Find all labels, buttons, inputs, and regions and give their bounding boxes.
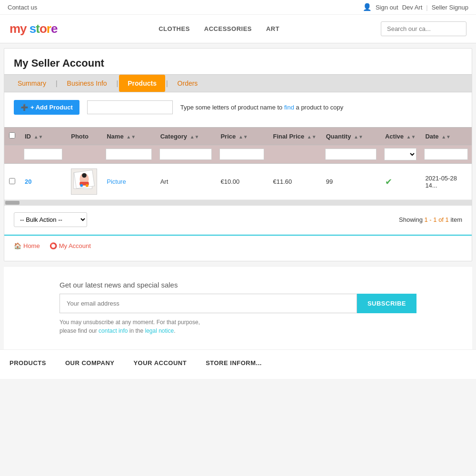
newsletter-note: You may unsubscribe at any moment. For t… bbox=[60, 318, 416, 335]
newsletter-section: Get our latest news and special sales SU… bbox=[4, 266, 472, 349]
th-category[interactable]: Category ▲▼ bbox=[156, 128, 216, 145]
final-price-sort-arrows[interactable]: ▲▼ bbox=[307, 134, 317, 139]
filter-id[interactable] bbox=[20, 145, 66, 164]
date-sort-arrows[interactable]: ▲▼ bbox=[441, 134, 451, 139]
tab-sep-3: | bbox=[165, 79, 169, 87]
filter-price-input[interactable] bbox=[219, 149, 264, 160]
footer-col-company-title: OUR COMPANY bbox=[65, 359, 114, 367]
newsletter-email-input[interactable] bbox=[60, 294, 357, 313]
footer-nav-links: 🏠 Home ⭕ My Account bbox=[4, 235, 472, 251]
logo-store: store bbox=[30, 21, 58, 36]
main-content: My Seller Account Summary | Business Inf… bbox=[4, 48, 472, 261]
filter-name-input[interactable] bbox=[106, 149, 151, 160]
logo-my: my bbox=[10, 21, 27, 36]
home-icon: 🏠 bbox=[14, 242, 21, 249]
divider: | bbox=[426, 4, 427, 11]
filter-quantity[interactable] bbox=[321, 145, 380, 164]
signout-link[interactable]: Sign out bbox=[376, 4, 398, 11]
th-id[interactable]: ID ▲▼ bbox=[20, 128, 66, 145]
th-active[interactable]: Active ▲▼ bbox=[380, 128, 420, 145]
th-quantity[interactable]: Quantity ▲▼ bbox=[321, 128, 380, 145]
page-title: My Seller Account bbox=[4, 49, 472, 74]
row-quantity: 99 bbox=[321, 164, 380, 200]
subscribe-button[interactable]: SUBSCRIBE bbox=[357, 294, 416, 313]
svg-point-6 bbox=[80, 184, 83, 187]
filter-checkbox-col bbox=[4, 145, 20, 164]
filter-date-input[interactable] bbox=[424, 149, 468, 160]
tab-summary[interactable]: Summary bbox=[9, 75, 55, 92]
footer-columns: PRODUCTS OUR COMPANY YOUR ACCOUNT STORE … bbox=[0, 349, 476, 379]
top-bar-right: 👤 Sign out Dev Art | Seller Signup bbox=[363, 3, 468, 11]
devart-link[interactable]: Dev Art bbox=[402, 4, 423, 11]
filter-photo bbox=[66, 145, 102, 164]
filter-row: Yes No bbox=[4, 145, 472, 164]
row-id[interactable]: 20 bbox=[20, 164, 66, 200]
add-product-row: ➕ + Add Product Type some letters of pro… bbox=[4, 92, 472, 122]
product-copy-search-input[interactable] bbox=[87, 100, 173, 114]
filter-price[interactable] bbox=[216, 145, 268, 164]
filter-name[interactable] bbox=[102, 145, 155, 164]
tab-products[interactable]: Products bbox=[119, 75, 165, 92]
newsletter-form: SUBSCRIBE bbox=[60, 294, 416, 313]
id-sort-arrows[interactable]: ▲▼ bbox=[34, 134, 43, 139]
name-sort-arrows[interactable]: ▲▼ bbox=[126, 134, 136, 139]
footer-col-store-info: STORE INFORM... bbox=[206, 359, 262, 369]
row-select-checkbox[interactable] bbox=[9, 178, 15, 184]
nav-accessories[interactable]: ACCESSORIES bbox=[204, 25, 252, 32]
svg-point-7 bbox=[86, 184, 89, 187]
plus-icon: ➕ bbox=[20, 104, 28, 111]
footer-col-products: PRODUCTS bbox=[10, 359, 46, 369]
products-table: ID ▲▼ Photo Name ▲▼ Category ▲▼ bbox=[4, 127, 472, 200]
newsletter-headline: Get our latest news and special sales bbox=[60, 281, 416, 289]
newsletter-inner: Get our latest news and special sales SU… bbox=[60, 281, 416, 335]
footer-col-account-title: YOUR ACCOUNT bbox=[133, 359, 187, 367]
th-price[interactable]: Price ▲▼ bbox=[216, 128, 268, 145]
filter-date[interactable] bbox=[420, 145, 472, 164]
my-account-link[interactable]: ⭕ My Account bbox=[50, 242, 91, 249]
products-table-wrapper: ID ▲▼ Photo Name ▲▼ Category ▲▼ bbox=[4, 127, 472, 200]
nav-art[interactable]: ART bbox=[266, 25, 279, 32]
th-final-price[interactable]: Final Price ▲▼ bbox=[268, 128, 321, 145]
products-tbody: 20 bbox=[4, 164, 472, 200]
th-name[interactable]: Name ▲▼ bbox=[102, 128, 155, 145]
table-row: 20 bbox=[4, 164, 472, 200]
filter-category[interactable] bbox=[156, 145, 216, 164]
filter-active[interactable]: Yes No bbox=[380, 145, 420, 164]
price-sort-arrows[interactable]: ▲▼ bbox=[238, 134, 248, 139]
contact-us-link[interactable]: Contact us bbox=[8, 4, 37, 11]
row-date: 2021-05-28 14... bbox=[420, 164, 472, 200]
search-input[interactable] bbox=[381, 21, 466, 36]
bulk-action-select[interactable]: -- Bulk Action -- Delete Selected Activa… bbox=[14, 212, 87, 227]
th-date[interactable]: Date ▲▼ bbox=[420, 128, 472, 145]
nav-clothes[interactable]: CLOTHES bbox=[159, 25, 190, 32]
row-checkbox[interactable] bbox=[4, 164, 20, 200]
legal-notice-link[interactable]: legal notice bbox=[145, 327, 174, 334]
row-price: €10.00 bbox=[216, 164, 268, 200]
logo[interactable]: my store bbox=[10, 21, 57, 36]
horizontal-scrollbar[interactable] bbox=[4, 200, 472, 206]
filter-category-input[interactable] bbox=[159, 149, 212, 160]
th-select-all[interactable] bbox=[4, 128, 20, 145]
contact-link[interactable]: contact info bbox=[99, 327, 128, 334]
select-all-checkbox[interactable] bbox=[9, 132, 15, 139]
header: my store CLOTHES ACCESSORIES ART bbox=[0, 15, 476, 43]
category-sort-arrows[interactable]: ▲▼ bbox=[190, 134, 199, 139]
row-name[interactable]: Picture bbox=[102, 164, 155, 200]
seller-signup-link[interactable]: Seller Signup bbox=[432, 4, 468, 11]
svg-point-4 bbox=[82, 173, 87, 178]
filter-active-select[interactable]: Yes No bbox=[384, 148, 416, 160]
person-icon: 👤 bbox=[363, 3, 372, 11]
scroll-thumb[interactable] bbox=[5, 201, 20, 205]
footer-col-products-title: PRODUCTS bbox=[10, 359, 46, 367]
add-product-button[interactable]: ➕ + Add Product bbox=[14, 100, 79, 115]
quantity-sort-arrows[interactable]: ▲▼ bbox=[354, 134, 363, 139]
home-link[interactable]: 🏠 Home bbox=[14, 242, 40, 249]
tab-sep-1: | bbox=[55, 79, 59, 87]
tab-orders[interactable]: Orders bbox=[169, 75, 207, 92]
filter-id-input[interactable] bbox=[24, 149, 62, 160]
footer-col-store-info-title: STORE INFORM... bbox=[206, 359, 262, 367]
account-icon: ⭕ bbox=[50, 242, 57, 249]
tab-business-info[interactable]: Business Info bbox=[59, 75, 116, 92]
filter-quantity-input[interactable] bbox=[325, 149, 377, 160]
active-sort-arrows[interactable]: ▲▼ bbox=[407, 134, 416, 139]
